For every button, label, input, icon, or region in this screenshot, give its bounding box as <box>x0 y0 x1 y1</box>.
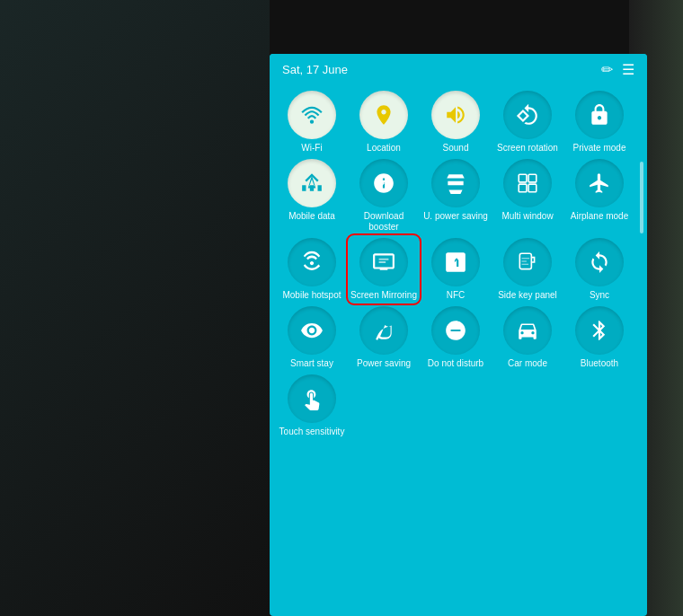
qs-car-circle <box>503 306 552 355</box>
qs-smartstay-circle <box>288 306 336 355</box>
qs-sound-label: Sound <box>443 143 469 154</box>
qs-multiwindow-circle <box>503 159 552 207</box>
qs-smart-stay[interactable]: Smart stay <box>279 306 345 369</box>
qs-row-4: Smart stay Power saving Do not disturb <box>279 306 638 369</box>
qs-hotspot-label: Mobile hotspot <box>282 290 341 301</box>
qs-dnd-label: Do not disturb <box>428 358 483 369</box>
qs-download-label: Download booster <box>350 211 417 233</box>
qs-sync[interactable]: Sync <box>566 238 633 301</box>
svg-point-0 <box>311 121 313 123</box>
qs-mobile-data[interactable]: Mobile data <box>279 159 345 233</box>
qs-row-3: Mobile hotspot Screen Mirroring NFC <box>279 238 638 301</box>
qs-upower-circle <box>431 159 480 207</box>
grid-icon[interactable]: ☰ <box>622 61 634 78</box>
qs-upower[interactable]: U. power saving <box>422 159 489 233</box>
qs-mirroring-label: Screen Mirroring <box>350 290 417 301</box>
qs-powersaving-label: Power saving <box>357 358 411 369</box>
qs-location-circle <box>359 91 408 139</box>
qs-multi-window[interactable]: Multi window <box>494 159 561 233</box>
svg-rect-3 <box>519 184 527 192</box>
qs-dnd-circle <box>431 306 480 355</box>
qs-mobile-data-circle <box>288 159 336 207</box>
qs-sound[interactable]: Sound <box>422 91 489 154</box>
qs-bluetooth[interactable]: Bluetooth <box>566 306 633 369</box>
qs-row-5: Touch sensitivity <box>279 374 638 437</box>
qs-power-saving[interactable]: Power saving <box>350 306 417 369</box>
qs-smartstay-label: Smart stay <box>290 358 333 369</box>
qs-bluetooth-circle <box>575 306 624 355</box>
qs-nfc-label: NFC <box>447 290 466 301</box>
qs-touch-circle <box>288 374 336 423</box>
qs-airplane[interactable]: Airplane mode <box>566 159 633 233</box>
qs-nfc[interactable]: NFC <box>422 238 489 301</box>
qs-download-circle <box>359 159 408 207</box>
qs-sync-label: Sync <box>590 290 609 301</box>
qs-rotation-label: Screen rotation <box>497 143 558 154</box>
phone-screen: Sat, 17 June ✏ ☰ Wi-Fi <box>270 54 647 616</box>
qs-hotspot-circle <box>288 238 336 286</box>
qs-mobile-data-label: Mobile data <box>288 211 335 222</box>
qs-multiwindow-label: Multi window <box>501 211 553 222</box>
qs-airplane-label: Airplane mode <box>571 211 628 222</box>
qs-location[interactable]: Location <box>350 91 417 154</box>
quick-settings-panel: Wi-Fi Location Sound <box>270 85 647 446</box>
qs-car-label: Car mode <box>508 358 547 369</box>
qs-rotation-circle <box>503 91 552 139</box>
qs-nfc-circle <box>431 238 480 286</box>
qs-row-2: Mobile data Download booster U. pow <box>279 159 638 233</box>
qs-powersaving-circle <box>359 306 408 355</box>
qs-wifi-circle <box>288 91 336 139</box>
qs-dnd[interactable]: Do not disturb <box>422 306 489 369</box>
qs-wifi[interactable]: Wi-Fi <box>279 91 345 154</box>
qs-row-1: Wi-Fi Location Sound <box>279 91 638 154</box>
qs-mobile-hotspot[interactable]: Mobile hotspot <box>279 238 345 301</box>
qs-side-key-panel[interactable]: Side key panel <box>494 238 561 301</box>
edit-icon[interactable]: ✏ <box>601 61 613 78</box>
header-date: Sat, 17 June <box>282 63 348 76</box>
svg-rect-1 <box>519 174 527 182</box>
qs-touch-label: Touch sensitivity <box>279 427 345 437</box>
qs-screen-rotation[interactable]: Screen rotation <box>494 91 561 154</box>
svg-rect-4 <box>528 184 537 192</box>
header-icons: ✏ ☰ <box>601 61 634 78</box>
qs-screen-mirroring[interactable]: Screen Mirroring <box>350 238 417 301</box>
qs-download-booster[interactable]: Download booster <box>350 159 417 233</box>
qs-wifi-label: Wi-Fi <box>301 143 322 154</box>
qs-sound-circle <box>431 91 480 139</box>
qs-sync-circle <box>575 238 624 286</box>
qs-touch-sensitivity[interactable]: Touch sensitivity <box>279 374 345 437</box>
qs-location-label: Location <box>367 143 401 154</box>
svg-rect-2 <box>528 174 537 182</box>
qs-sidepanel-circle <box>503 238 552 286</box>
qs-car-mode[interactable]: Car mode <box>494 306 561 369</box>
header-bar: Sat, 17 June ✏ ☰ <box>270 54 647 85</box>
left-dark-panel <box>0 0 270 616</box>
qs-airplane-circle <box>575 159 624 207</box>
qs-mirroring-circle <box>359 238 408 286</box>
qs-upower-label: U. power saving <box>423 211 488 222</box>
qs-private-label: Private mode <box>573 143 626 154</box>
qs-bluetooth-label: Bluetooth <box>581 358 618 369</box>
qs-private-mode[interactable]: Private mode <box>566 91 633 154</box>
scrollbar[interactable] <box>640 162 643 233</box>
qs-private-circle <box>575 91 624 139</box>
qs-sidepanel-label: Side key panel <box>498 290 557 301</box>
